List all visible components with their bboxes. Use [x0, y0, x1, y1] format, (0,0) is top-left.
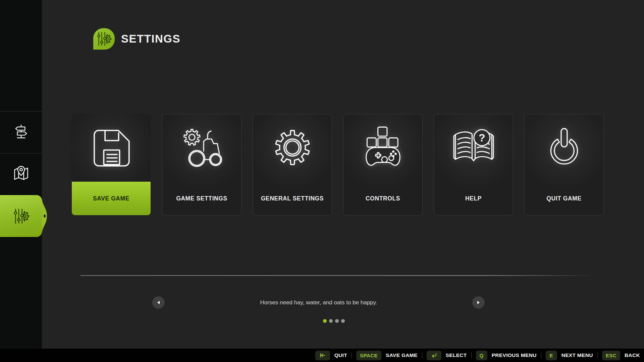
shortcut-quit[interactable]: QUIT — [315, 351, 347, 360]
svg-text:?: ? — [479, 131, 485, 143]
shortcut-label: PREVIOUS MENU — [492, 352, 537, 358]
pagination-dot-1[interactable] — [323, 319, 327, 323]
menu-card-quit-game[interactable]: QUIT GAME — [524, 114, 604, 216]
tip-pagination-dots — [323, 319, 345, 323]
enter-icon — [430, 352, 438, 359]
shortcut-save-game[interactable]: SPACE SAVE GAME — [356, 351, 418, 360]
key-badge: SPACE — [356, 351, 381, 360]
menu-card-general-settings[interactable]: GENERAL SETTINGS — [253, 114, 332, 216]
card-label: GAME SETTINGS — [162, 182, 241, 215]
shortcut-separator — [597, 352, 598, 358]
gear-icon — [270, 126, 315, 171]
shortcut-back[interactable]: ESC BACK — [602, 351, 640, 360]
key-badge: Q — [476, 351, 487, 360]
card-label: QUIT GAME — [525, 182, 603, 215]
sidebar — [0, 0, 42, 349]
shortcut-separator — [352, 352, 352, 358]
tip-next-button[interactable] — [472, 296, 485, 309]
shortcut-previous-menu[interactable]: Q PREVIOUS MENU — [476, 351, 537, 360]
shortcut-label: BACK — [625, 352, 640, 358]
shortcut-bar: QUIT SPACE SAVE GAME SELECT Q PREVIOUS M… — [0, 349, 644, 362]
key-badge — [315, 351, 330, 360]
sliders-gear-icon — [95, 30, 113, 48]
shortcut-label: QUIT — [334, 352, 347, 358]
tractor-gear-icon — [179, 125, 225, 171]
shortcut-next-menu[interactable]: E NEXT MENU — [546, 351, 593, 360]
pagination-dot-4[interactable] — [341, 319, 345, 323]
shortcut-separator — [422, 352, 422, 358]
sidebar-tab-map[interactable] — [0, 153, 42, 195]
shortcut-label: SELECT — [446, 352, 467, 358]
menu-card-help[interactable]: ? HELP — [434, 114, 513, 216]
tip-text: Horses need hay, water, and oats to be h… — [154, 299, 483, 306]
settings-menu: SAVE GAME GAME SETTINGS — [71, 114, 604, 216]
shortcut-label: SAVE GAME — [386, 352, 418, 358]
backspace-icon — [319, 352, 326, 359]
sliders-gear-icon — [12, 207, 31, 226]
floppy-disk-icon — [89, 126, 133, 170]
card-label: SAVE GAME — [72, 182, 151, 215]
shortcut-separator — [541, 352, 541, 358]
key-badge: ESC — [602, 351, 620, 360]
menu-card-game-settings[interactable]: GAME SETTINGS — [162, 114, 241, 216]
card-label: HELP — [434, 182, 513, 215]
power-icon — [542, 126, 586, 170]
shortcut-separator — [471, 352, 472, 358]
pagination-dot-3[interactable] — [335, 319, 339, 323]
gamepad-keys-icon — [360, 125, 406, 171]
signpost-icon — [12, 124, 30, 141]
card-label: GENERAL SETTINGS — [253, 182, 332, 215]
pagination-dot-2[interactable] — [329, 319, 333, 323]
section-divider — [80, 275, 597, 276]
settings-screen: SETTINGS SAVE GAME — [0, 0, 644, 362]
sidebar-tab-settings[interactable] — [0, 195, 42, 237]
key-badge: E — [546, 351, 557, 360]
shortcut-select[interactable]: SELECT — [427, 351, 467, 360]
settings-header-icon — [93, 28, 115, 50]
page-title: SETTINGS — [121, 28, 180, 50]
shortcut-label: NEXT MENU — [561, 352, 593, 358]
active-tab-pointer — [42, 195, 48, 237]
map-icon — [12, 165, 30, 183]
arrow-right-icon — [477, 301, 480, 304]
card-label: CONTROLS — [343, 182, 422, 215]
book-question-icon: ? — [450, 126, 497, 170]
menu-card-save-game[interactable]: SAVE GAME — [71, 114, 151, 216]
menu-card-controls[interactable]: CONTROLS — [343, 114, 423, 216]
key-badge — [427, 351, 441, 360]
sidebar-tab-navigation[interactable] — [0, 111, 42, 153]
